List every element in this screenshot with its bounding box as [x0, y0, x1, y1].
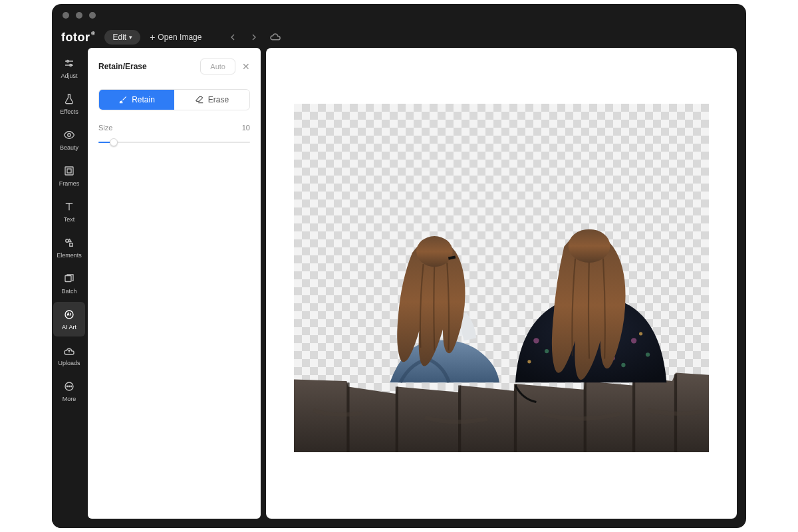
rail-item-more[interactable]: More [53, 374, 85, 408]
rail-label: AI Art [62, 324, 76, 331]
shapes-icon [63, 236, 76, 249]
edit-menu-button[interactable]: Edit ▾ [104, 30, 140, 45]
edit-menu-label: Edit [112, 33, 126, 42]
transparency-checker [294, 104, 709, 452]
app-body: Adjust Effects Beauty Frames [52, 48, 746, 528]
retain-tab-label: Retain [132, 95, 155, 104]
window-zoom-dot[interactable] [89, 12, 96, 19]
svg-rect-6 [67, 169, 71, 173]
size-row: Size 10 [98, 124, 250, 132]
svg-point-13 [68, 386, 70, 387]
rail-label: Effects [60, 108, 78, 115]
rail-item-adjust[interactable]: Adjust [53, 51, 85, 85]
stack-icon [63, 272, 76, 285]
rail-item-ai-art[interactable]: AI Art [53, 302, 85, 336]
slider-thumb[interactable] [110, 138, 118, 146]
open-image-button[interactable]: + Open Image [150, 32, 201, 43]
rail-item-beauty[interactable]: Beauty [53, 122, 85, 157]
rail-label: Adjust [61, 72, 77, 79]
rail-label: More [63, 396, 76, 402]
cloud-sync-button[interactable] [269, 31, 281, 43]
rail-item-frames[interactable]: Frames [53, 158, 85, 193]
flask-icon [63, 92, 76, 106]
app-logo-text: fotor [61, 31, 90, 44]
retain-erase-panel: Retain/Erase Auto ✕ Retain Erase Size [88, 48, 261, 519]
rail-item-elements[interactable]: Elements [53, 230, 85, 265]
frame-icon [63, 164, 76, 178]
brush-icon [118, 95, 128, 104]
more-icon [63, 380, 76, 393]
panel-header-actions: Auto ✕ [200, 59, 250, 74]
retain-tab[interactable]: Retain [99, 90, 174, 110]
window-minimize-dot[interactable] [76, 12, 82, 19]
plus-icon: + [150, 32, 155, 43]
rail-label: Frames [59, 180, 80, 187]
size-value: 10 [242, 124, 250, 132]
size-label: Size [98, 124, 112, 132]
eraser-icon [195, 95, 204, 104]
svg-rect-5 [65, 167, 73, 175]
rail-item-text[interactable]: Text [53, 194, 85, 229]
erase-tab-label: Erase [208, 95, 229, 104]
svg-rect-9 [65, 276, 71, 282]
undo-button[interactable] [227, 31, 239, 43]
retain-erase-segmented: Retain Erase [98, 89, 250, 110]
redo-button[interactable] [248, 31, 260, 43]
rail-item-batch[interactable]: Batch [53, 266, 85, 301]
text-icon [63, 200, 76, 213]
app-header: fotor® Edit ▾ + Open Image [52, 27, 746, 48]
tool-rail: Adjust Effects Beauty Frames [52, 48, 86, 528]
window-titlebar [52, 4, 746, 27]
panel-header: Retain/Erase Auto ✕ [98, 59, 250, 74]
svg-point-12 [66, 386, 68, 387]
window-close-dot[interactable] [63, 12, 69, 19]
svg-point-4 [68, 134, 71, 137]
eye-icon [63, 128, 76, 142]
rail-label: Batch [61, 288, 76, 295]
svg-rect-8 [70, 243, 73, 247]
cloud-upload-icon [63, 344, 76, 357]
rail-label: Text [64, 216, 75, 223]
rail-label: Beauty [60, 144, 78, 151]
close-icon[interactable]: ✕ [242, 61, 250, 72]
erase-tab[interactable]: Erase [174, 90, 249, 110]
auto-button[interactable]: Auto [200, 59, 235, 74]
slider-track [98, 142, 250, 143]
rail-item-uploads[interactable]: Uploads [53, 338, 85, 372]
svg-point-14 [70, 386, 72, 387]
open-image-label: Open Image [158, 33, 201, 42]
sliders-icon [63, 57, 76, 70]
ai-icon [63, 308, 76, 321]
canvas-area[interactable] [266, 48, 737, 519]
chevron-down-icon: ▾ [129, 34, 132, 41]
panel-title: Retain/Erase [98, 62, 147, 71]
rail-label: Elements [57, 252, 82, 259]
rail-item-effects[interactable]: Effects [53, 86, 85, 121]
rail-label: Uploads [58, 360, 80, 366]
app-window: fotor® Edit ▾ + Open Image Adj [52, 4, 746, 528]
app-logo: fotor® [61, 31, 95, 45]
size-slider[interactable] [98, 137, 250, 148]
